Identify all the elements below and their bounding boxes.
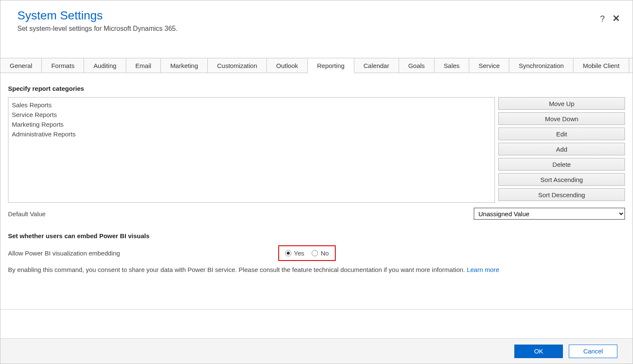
tab-service[interactable]: Service [469,58,509,73]
default-value-label: Default Value [8,210,474,217]
list-item[interactable]: Marketing Reports [8,120,494,129]
close-icon[interactable]: ✕ [612,13,620,24]
move-down-button[interactable]: Move Down [498,112,625,125]
radio-yes[interactable]: Yes [285,250,304,257]
section-report-categories-heading: Specify report categories [8,85,625,92]
radio-no[interactable]: No [312,250,329,257]
powerbi-consent-text: By enabling this command, you consent to… [8,266,625,273]
radio-no-label: No [321,250,329,257]
learn-more-link[interactable]: Learn more [467,266,499,273]
tab-goals[interactable]: Goals [399,58,435,73]
edit-button[interactable]: Edit [498,128,625,140]
list-item[interactable]: Service Reports [8,110,494,120]
sort-ascending-button[interactable]: Sort Ascending [498,173,625,186]
ok-button[interactable]: OK [514,345,563,358]
radio-yes-circle [285,250,291,256]
tab-previews[interactable]: Previews [629,58,633,73]
section-powerbi-heading: Set whether users can embed Power BI vis… [8,232,625,239]
help-icon[interactable]: ? [600,14,605,24]
powerbi-embedding-label: Allow Power BI visualization embedding [8,250,278,257]
delete-button[interactable]: Delete [498,158,625,171]
dialog-subtitle: Set system-level settings for Microsoft … [17,25,616,33]
radio-yes-label: Yes [294,250,304,257]
tab-calendar[interactable]: Calendar [354,58,399,73]
radio-no-circle [312,250,318,256]
tab-marketing[interactable]: Marketing [161,58,208,73]
list-item[interactable]: Sales Reports [8,100,494,110]
tab-auditing[interactable]: Auditing [84,58,126,73]
tab-bar: GeneralFormatsAuditingEmailMarketingCust… [0,58,633,73]
tab-customization[interactable]: Customization [208,58,267,73]
tab-reporting[interactable]: Reporting [308,58,354,73]
tab-outlook[interactable]: Outlook [267,58,308,73]
report-categories-listbox[interactable]: Sales ReportsService ReportsMarketing Re… [8,97,495,203]
cancel-button[interactable]: Cancel [569,345,617,358]
add-button[interactable]: Add [498,143,625,155]
tab-general[interactable]: General [0,58,42,73]
tab-synchronization[interactable]: Synchronization [509,58,573,73]
powerbi-radio-group: Yes No [278,245,336,261]
tab-formats[interactable]: Formats [42,58,84,73]
default-value-select[interactable]: Unassigned Value [474,208,625,220]
tab-sales[interactable]: Sales [435,58,470,73]
dialog-title: System Settings [17,9,616,22]
move-up-button[interactable]: Move Up [498,97,625,110]
tab-mobile-client[interactable]: Mobile Client [573,58,629,73]
list-item[interactable]: Administrative Reports [8,129,494,139]
sort-descending-button[interactable]: Sort Descending [498,188,625,201]
tab-email[interactable]: Email [126,58,161,73]
